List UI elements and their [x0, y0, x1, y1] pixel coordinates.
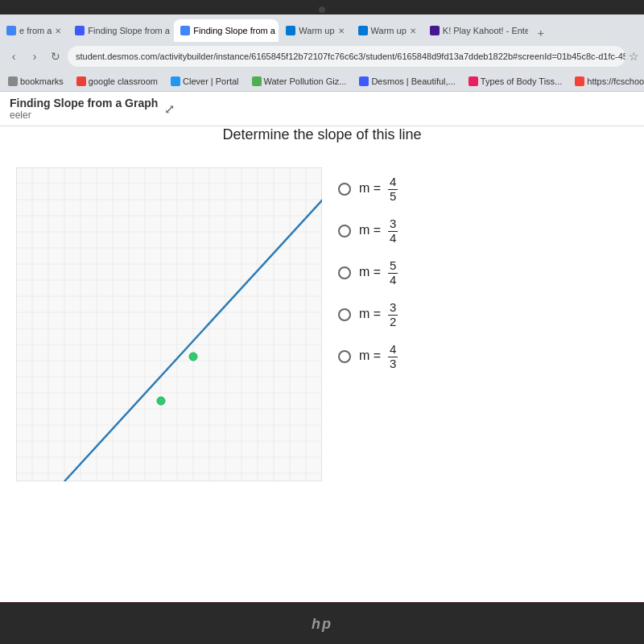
tab-label-2: Finding Slope from a	[88, 26, 170, 35]
tabs-bar: e from a ✕ Finding Slope from a ✕ Findin…	[0, 14, 644, 42]
activity-title: Finding Slope from a Graph	[10, 97, 158, 109]
tab-favicon-1	[6, 26, 16, 35]
tab-3[interactable]: Finding Slope from a ✕	[174, 19, 279, 42]
hp-area: hp	[0, 604, 644, 644]
tab-close-3[interactable]: ✕	[279, 27, 279, 35]
camera	[319, 6, 325, 13]
address-bar[interactable]: student.desmos.com/activitybuilder/insta…	[68, 46, 625, 67]
option-label-4: m = 3 2	[359, 301, 398, 328]
hp-logo: hp	[312, 616, 332, 633]
bookmark-icon-5	[469, 76, 478, 86]
tab-label-4: Warm up	[299, 26, 334, 35]
svg-point-41	[157, 397, 165, 405]
option-1[interactable]: m = 4 5	[338, 175, 628, 203]
address-bar-row: ‹ › ↻ student.desmos.com/activitybuilder…	[0, 42, 644, 71]
radio-2[interactable]	[338, 225, 351, 237]
tab-favicon-6	[430, 26, 440, 35]
svg-rect-0	[16, 167, 322, 481]
tab-label-3: Finding Slope from a	[193, 26, 275, 35]
bookmark-icon-4	[359, 76, 369, 86]
bookmarks-bar: bookmarks google classroom Clever | Port…	[0, 71, 644, 92]
page-content: Finding Slope from a Graph eeler ⤢ Deter…	[0, 92, 644, 602]
refresh-button[interactable]: ↻	[47, 47, 64, 65]
bookmark-label-4: Desmos | Beautiful,...	[371, 76, 455, 86]
bookmark-star[interactable]: ☆	[629, 50, 639, 63]
bookmark-google-classroom[interactable]: google classroom	[73, 76, 161, 87]
option-5[interactable]: m = 4 3	[338, 343, 628, 370]
tab-1[interactable]: e from a ✕	[0, 19, 68, 42]
bookmark-clever[interactable]: Clever | Portal	[167, 76, 242, 87]
activity-subtitle: eeler	[10, 109, 158, 121]
svg-point-40	[189, 353, 197, 361]
bookmark-label-3: Water Pollution Giz...	[264, 76, 347, 86]
bookmark-icon-1	[76, 76, 86, 86]
tab-4[interactable]: Warm up ✕	[279, 19, 350, 42]
laptop-bezel: e from a ✕ Finding Slope from a ✕ Findin…	[0, 0, 644, 644]
bookmark-body-tissue[interactable]: Types of Body Tiss...	[465, 76, 566, 87]
tab-close-5[interactable]: ✕	[410, 27, 416, 35]
tab-5[interactable]: Warm up ✕	[352, 19, 423, 42]
activity-header: Finding Slope from a Graph eeler ⤢	[0, 92, 644, 126]
tab-favicon-2	[75, 26, 85, 35]
graph-container	[16, 167, 322, 481]
fullscreen-button[interactable]: ⤢	[158, 97, 180, 120]
bookmark-label-2: Clever | Portal	[183, 76, 239, 86]
tab-6[interactable]: K! Play Kahoot! - Enter e ✕	[423, 19, 528, 42]
forward-button[interactable]: ›	[26, 47, 43, 65]
options-panel: m = 4 5 m = 3	[338, 167, 628, 481]
tab-favicon-5	[358, 26, 368, 35]
new-tab-button[interactable]: +	[532, 24, 550, 42]
bookmark-water-pollution[interactable]: Water Pollution Giz...	[249, 76, 350, 87]
bookmark-label-0: bookmarks	[20, 76, 64, 86]
address-text: student.desmos.com/activitybuilder/insta…	[76, 52, 625, 61]
bookmark-label-5: Types of Body Tiss...	[481, 76, 563, 86]
question-title: Determine the slope of this line	[0, 126, 644, 143]
option-label-1: m = 4 5	[359, 175, 398, 203]
option-3[interactable]: m = 5 4	[338, 259, 628, 287]
bookmark-icon-3	[252, 76, 262, 86]
option-label-3: m = 5 4	[359, 259, 398, 287]
question-area: m = 4 5 m = 3	[0, 155, 644, 494]
screen: e from a ✕ Finding Slope from a ✕ Findin…	[0, 14, 644, 602]
bookmark-icon-6	[575, 76, 584, 86]
radio-4[interactable]	[338, 308, 351, 321]
option-label-5: m = 4 3	[359, 343, 398, 370]
tab-2[interactable]: Finding Slope from a ✕	[68, 19, 173, 42]
bookmark-label-1: google classroom	[89, 76, 158, 86]
tab-label-5: Warm up	[371, 26, 407, 35]
radio-5[interactable]	[338, 350, 351, 363]
bookmark-bookmarks[interactable]: bookmarks	[5, 76, 67, 87]
tab-close-1[interactable]: ✕	[55, 27, 61, 35]
tab-favicon-3	[180, 26, 190, 35]
tab-close-2[interactable]: ✕	[173, 27, 174, 35]
option-2[interactable]: m = 3 4	[338, 217, 628, 245]
tab-label-1: e from a	[19, 26, 52, 35]
browser-chrome: e from a ✕ Finding Slope from a ✕ Findin…	[0, 14, 644, 92]
tab-close-4[interactable]: ✕	[338, 27, 345, 35]
bookmark-icon-0	[8, 76, 18, 86]
radio-3[interactable]	[338, 266, 351, 279]
option-4[interactable]: m = 3 2	[338, 301, 628, 328]
back-button[interactable]: ‹	[5, 47, 23, 65]
tab-favicon-4	[286, 26, 295, 35]
bookmark-fcschools[interactable]: https://fcschools.in...	[572, 76, 644, 87]
radio-1[interactable]	[338, 183, 351, 196]
bookmark-desmos[interactable]: Desmos | Beautiful,...	[356, 76, 458, 87]
option-label-2: m = 3 4	[359, 217, 398, 245]
bookmark-label-6: https://fcschools.in...	[587, 76, 644, 86]
bookmark-icon-2	[171, 76, 180, 86]
graph-svg	[16, 167, 322, 481]
tab-label-6: K! Play Kahoot! - Enter e	[443, 26, 528, 35]
